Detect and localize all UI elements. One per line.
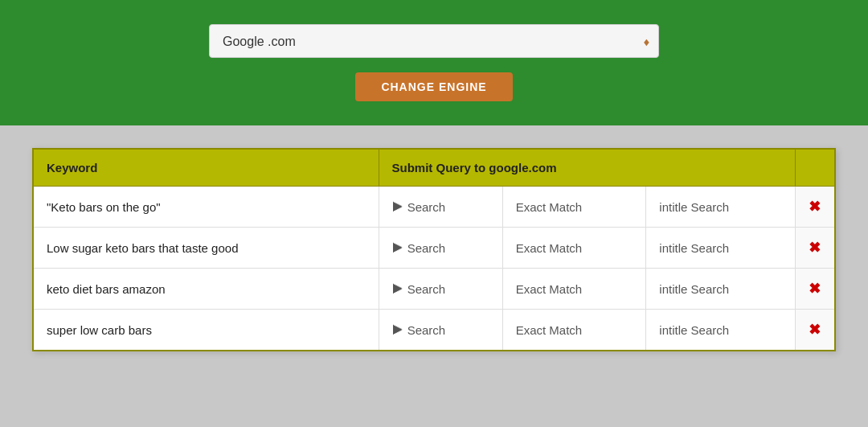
main-content: Keyword Submit Query to google.com "Keto… [0,125,868,367]
exact-cell[interactable]: Exact Match [502,269,646,310]
exact-cell[interactable]: Exact Match [502,228,646,269]
delete-icon[interactable]: ✖ [809,281,821,297]
delete-icon[interactable]: ✖ [809,199,821,215]
search-cell[interactable]: ⯈ Search [379,310,502,351]
intitle-cell[interactable]: intitle Search [646,310,795,351]
delete-cell[interactable]: ✖ [795,187,835,228]
delete-icon[interactable]: ✖ [809,322,821,338]
search-cell[interactable]: ⯈ Search [379,269,502,310]
col-query: Submit Query to google.com [379,149,795,187]
col-action [795,149,835,187]
delete-icon[interactable]: ✖ [809,240,821,256]
search-cell[interactable]: ⯈ Search [379,187,502,228]
keyword-cell: "Keto bars on the go" [33,187,379,228]
table-row: keto diet bars amazon ⯈ Search Exact Mat… [33,269,835,310]
engine-select[interactable]: Google .com [209,24,659,58]
table-row: Low sugar keto bars that taste good ⯈ Se… [33,228,835,269]
delete-cell[interactable]: ✖ [795,269,835,310]
table-row: super low carb bars ⯈ Search Exact Match… [33,310,835,351]
engine-select-wrapper: Google .com ⬧ [209,24,659,58]
table-header-row: Keyword Submit Query to google.com [33,149,835,187]
keyword-table: Keyword Submit Query to google.com "Keto… [32,148,836,351]
col-keyword: Keyword [33,149,379,187]
intitle-cell[interactable]: intitle Search [646,228,795,269]
delete-cell[interactable]: ✖ [795,228,835,269]
keyword-cell: super low carb bars [33,310,379,351]
header-section: Google .com ⬧ CHANGE ENGINE [0,0,868,125]
intitle-cell[interactable]: intitle Search [646,269,795,310]
delete-cell[interactable]: ✖ [795,310,835,351]
exact-cell[interactable]: Exact Match [502,310,646,351]
table-row: "Keto bars on the go" ⯈ Search Exact Mat… [33,187,835,228]
change-engine-button[interactable]: CHANGE ENGINE [355,72,512,101]
exact-cell[interactable]: Exact Match [502,187,646,228]
search-cell[interactable]: ⯈ Search [379,228,502,269]
keyword-cell: Low sugar keto bars that taste good [33,228,379,269]
keyword-cell: keto diet bars amazon [33,269,379,310]
intitle-cell[interactable]: intitle Search [646,187,795,228]
